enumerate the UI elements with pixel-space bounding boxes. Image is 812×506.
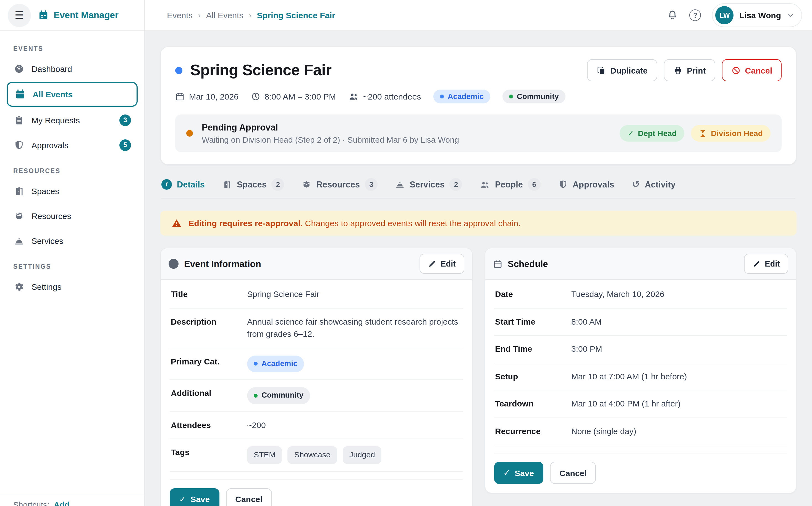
hamburger-menu-button[interactable]: ☰ xyxy=(8,4,31,27)
tab-activity[interactable]: ↺ Activity xyxy=(632,179,676,190)
row-value: Mar 10 at 7:00 AM (1 hr before) xyxy=(571,370,687,383)
sidebar-item-resources[interactable]: Resources xyxy=(7,204,138,227)
tab-label: Approvals xyxy=(573,179,614,189)
breadcrumb-separator: › xyxy=(198,11,201,19)
tab-count: 2 xyxy=(450,178,463,191)
save-label: Save xyxy=(190,494,210,504)
sidebar-item-label: My Requests xyxy=(31,115,80,125)
info-icon: i xyxy=(162,179,172,190)
row-teardown: Teardown Mar 10 at 4:00 PM (1 hr after) xyxy=(494,391,787,418)
cancel-event-button[interactable]: Cancel xyxy=(722,59,782,81)
detail-cards-grid: i Event Information Edit Title Spring Sc… xyxy=(160,248,797,506)
row-value: 3:00 PM xyxy=(571,343,602,355)
sidebar-section-resources: RESOURCES xyxy=(13,168,131,174)
clock-icon xyxy=(251,92,260,101)
top-bar-actions: ? LW Lisa Wong xyxy=(667,3,802,27)
check-icon: ✓ xyxy=(179,494,186,504)
category-label: Academic xyxy=(262,358,297,369)
sidebar-item-approvals[interactable]: Approvals 5 xyxy=(7,133,138,157)
status-subtitle: Waiting on Division Head (Step 2 of 2) ·… xyxy=(202,136,459,144)
door-icon xyxy=(222,180,232,189)
cancel-button[interactable]: Cancel xyxy=(550,462,596,484)
row-additional-category: Additional Community xyxy=(170,380,463,412)
print-label: Print xyxy=(687,66,706,75)
sidebar-item-label: Resources xyxy=(31,211,71,221)
sidebar-item-settings[interactable]: Settings xyxy=(7,275,138,298)
row-value: ~200 xyxy=(247,419,266,432)
user-menu[interactable]: LW Lisa Wong xyxy=(712,3,802,27)
clipboard-icon xyxy=(13,115,24,125)
row-label: Recurrence xyxy=(495,425,571,435)
tab-label: Activity xyxy=(645,179,676,189)
breadcrumb-all-events[interactable]: All Events xyxy=(206,10,243,20)
row-primary-category: Primary Cat. Academic xyxy=(170,348,463,380)
gauge-icon xyxy=(13,63,24,74)
row-label: Teardown xyxy=(495,398,571,408)
notifications-bell-icon[interactable] xyxy=(667,9,679,21)
sidebar-item-label: Settings xyxy=(31,282,61,291)
row-label: Description xyxy=(171,316,247,326)
edit-event-information-button[interactable]: Edit xyxy=(419,254,464,274)
event-date-text: Mar 10, 2026 xyxy=(189,92,238,101)
my-requests-count-badge: 3 xyxy=(119,114,131,126)
box-icon xyxy=(302,180,311,189)
sidebar: ☰ Event Manager EVENTS Dashboard Al xyxy=(0,0,145,506)
breadcrumb-separator: › xyxy=(249,11,251,19)
category-label: Community xyxy=(517,92,559,101)
edit-schedule-button[interactable]: Edit xyxy=(744,254,788,274)
sidebar-item-dashboard[interactable]: Dashboard xyxy=(7,57,138,80)
save-button[interactable]: ✓Save xyxy=(170,488,219,506)
print-button[interactable]: Print xyxy=(664,59,715,81)
pencil-icon xyxy=(752,260,760,268)
step-label: Dept Head xyxy=(638,129,677,138)
hourglass-icon xyxy=(699,129,707,138)
tab-resources[interactable]: Resources 3 xyxy=(302,178,378,191)
app-window: ☰ Event Manager EVENTS Dashboard Al xyxy=(0,0,812,506)
calendar-icon xyxy=(493,259,502,268)
sidebar-item-services[interactable]: Services xyxy=(7,229,138,252)
event-title: Spring Science Fair xyxy=(190,61,331,79)
category-badge-community: Community xyxy=(247,387,310,404)
row-label: Primary Cat. xyxy=(171,355,247,366)
row-date: Date Tuesday, March 10, 2026 xyxy=(494,281,787,308)
row-title: Title Spring Science Fair xyxy=(170,281,463,308)
copy-icon xyxy=(596,66,606,75)
content-scroll-area[interactable]: Spring Science Fair Duplicate Print C xyxy=(145,31,812,506)
breadcrumb-current: Spring Science Fair xyxy=(257,10,335,20)
sidebar-item-all-events[interactable]: All Events xyxy=(7,82,138,107)
app-brand[interactable]: Event Manager xyxy=(38,10,119,20)
category-label: Academic xyxy=(448,92,484,101)
duplicate-button[interactable]: Duplicate xyxy=(587,59,657,81)
sidebar-item-my-requests[interactable]: My Requests 3 xyxy=(7,108,138,132)
category-label: Community xyxy=(262,390,303,401)
detail-tabs: i Details Spaces 2 Resources 3 Services … xyxy=(162,178,795,198)
tab-approvals[interactable]: Approvals xyxy=(558,179,614,189)
tab-details[interactable]: i Details xyxy=(162,179,205,190)
event-attendees: ~200 attendees xyxy=(348,91,421,102)
step-dept-head-approved: ✓ Dept Head xyxy=(620,125,684,142)
cancel-button[interactable]: Cancel xyxy=(226,488,272,506)
tab-label: Details xyxy=(177,179,205,189)
card-footer: ✓Save Cancel xyxy=(494,453,787,484)
tab-count: 2 xyxy=(272,178,284,191)
sidebar-item-spaces[interactable]: Spaces xyxy=(7,179,138,202)
tab-services[interactable]: Services 2 xyxy=(395,178,463,191)
event-time: 8:00 AM – 3:00 PM xyxy=(251,92,336,101)
row-attendees: Attendees ~200 xyxy=(170,412,463,439)
shortcuts-add-link[interactable]: Add xyxy=(54,500,69,506)
event-attendees-text: ~200 attendees xyxy=(363,92,421,101)
save-button[interactable]: ✓Save xyxy=(494,462,543,484)
row-value: Mar 10 at 4:00 PM (1 hr after) xyxy=(571,398,681,410)
calendar-brand-icon xyxy=(38,10,48,20)
card-footer: ✓Save Cancel xyxy=(170,479,463,506)
breadcrumb-events[interactable]: Events xyxy=(167,10,193,20)
history-icon: ↺ xyxy=(632,179,640,190)
edit-label: Edit xyxy=(440,259,456,268)
row-label: Additional xyxy=(171,387,247,398)
tab-count: 3 xyxy=(365,178,378,191)
help-icon[interactable]: ? xyxy=(690,9,701,21)
tab-spaces[interactable]: Spaces 2 xyxy=(222,178,284,191)
tab-people[interactable]: People 6 xyxy=(480,178,540,191)
warning-rest: Changes to approved events will reset th… xyxy=(305,219,521,228)
sidebar-section-settings: SETTINGS xyxy=(13,263,131,270)
